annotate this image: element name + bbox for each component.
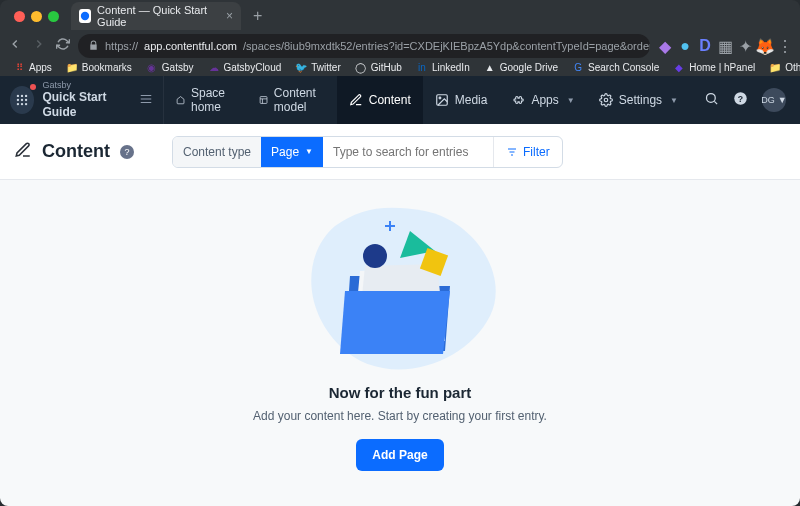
content-type-value: Page [271, 145, 299, 159]
search-button[interactable] [704, 91, 719, 109]
space-switcher[interactable]: Gatsby Quick Start Guide [0, 76, 164, 124]
window-zoom-button[interactable] [48, 11, 59, 22]
topbar-right: ? DG▼ [690, 76, 800, 124]
reload-button[interactable] [56, 37, 70, 55]
bookmark-item[interactable]: 🐦Twitter [290, 59, 345, 75]
bookmark-label: Home | hPanel [689, 62, 755, 73]
bookmark-label: Other Bookmarks [785, 62, 800, 73]
browser-tab[interactable]: Content — Quick Start Guide × [71, 2, 241, 30]
svg-point-17 [707, 94, 716, 103]
app-launcher-icon[interactable] [10, 86, 34, 114]
back-button[interactable] [8, 37, 22, 55]
svg-point-6 [25, 99, 27, 101]
org-label: Gatsby [42, 81, 130, 90]
bookmarks-bar: ⠿ Apps 📁Bookmarks ◉Gatsby ☁GatsbyCloud 🐦… [0, 58, 800, 76]
other-bookmarks-button[interactable]: 📁Other Bookmarks [764, 59, 800, 75]
extensions-puzzle-icon[interactable]: ✦ [738, 39, 752, 53]
space-name: Gatsby Quick Start Guide [42, 81, 130, 119]
bookmark-item[interactable]: ▲Google Drive [479, 59, 563, 75]
help-tooltip-icon[interactable]: ? [120, 145, 134, 159]
bookmark-item[interactable]: ◆Home | hPanel [668, 59, 760, 75]
bookmark-item[interactable]: inLinkedIn [411, 59, 475, 75]
help-button[interactable]: ? [733, 91, 748, 109]
new-tab-button[interactable]: + [247, 7, 268, 25]
nav-content-model[interactable]: Content model [247, 76, 337, 124]
forward-button[interactable] [32, 37, 46, 55]
extension-icon[interactable]: ● [678, 39, 692, 53]
page-title: Content [42, 141, 110, 162]
url-scheme: https:// [105, 40, 138, 52]
apps-grid-icon: ⠿ [13, 61, 25, 73]
window-minimize-button[interactable] [31, 11, 42, 22]
svg-point-5 [21, 99, 23, 101]
empty-state: Now for the fun part Add your content he… [0, 190, 800, 491]
bookmark-label: LinkedIn [432, 62, 470, 73]
extension-icon[interactable]: ▦ [718, 39, 732, 53]
svg-point-8 [21, 103, 23, 105]
profile-avatar-icon[interactable]: 🦊 [758, 39, 772, 53]
window-controls [8, 11, 65, 22]
search-input[interactable] [323, 145, 493, 159]
browser-menu-icon[interactable]: ⋮ [778, 39, 792, 53]
environment-menu-icon[interactable] [139, 92, 153, 109]
google-drive-icon: ▲ [484, 61, 496, 73]
svg-point-4 [17, 99, 19, 101]
bookmark-item[interactable]: ☁GatsbyCloud [203, 59, 287, 75]
window-close-button[interactable] [14, 11, 25, 22]
entry-search: Content type Page ▼ Filter [172, 136, 563, 168]
gear-icon [599, 93, 613, 107]
address-row: https://app.contentful.com/spaces/8iub9m… [0, 32, 800, 60]
apps-icon [511, 93, 525, 107]
folder-icon: 📁 [66, 61, 78, 73]
home-icon [176, 93, 185, 107]
svg-point-9 [25, 103, 27, 105]
apps-button[interactable]: ⠿ Apps [8, 59, 57, 75]
linkedin-icon: in [416, 61, 428, 73]
chevron-down-icon: ▼ [778, 95, 787, 105]
tab-title: Content — Quick Start Guide [97, 4, 220, 28]
nav-settings[interactable]: Settings ▼ [587, 76, 690, 124]
url-path: /spaces/8iub9mxdtk52/entries?id=CXDEjKIE… [243, 40, 650, 52]
bookmark-item[interactable]: 📁Bookmarks [61, 59, 137, 75]
add-page-button[interactable]: Add Page [356, 439, 443, 471]
tab-strip: Content — Quick Start Guide × + [0, 0, 800, 32]
primary-nav: Space home Content model Content Media A… [164, 76, 690, 124]
nav-label: Apps [531, 93, 558, 107]
empty-state-subtext: Add your content here. Start by creating… [253, 409, 547, 423]
empty-state-heading: Now for the fun part [329, 384, 472, 401]
address-bar[interactable]: https://app.contentful.com/spaces/8iub9m… [78, 34, 650, 58]
chevron-down-icon: ▼ [305, 147, 313, 156]
svg-point-15 [439, 97, 441, 99]
nav-label: Content [369, 93, 411, 107]
svg-point-24 [363, 244, 387, 268]
github-icon: ◯ [355, 61, 367, 73]
nav-content[interactable]: Content [337, 76, 423, 124]
content-type-label: Content type [173, 137, 261, 167]
extension-icon[interactable]: D [698, 39, 712, 53]
bookmark-label: GatsbyCloud [224, 62, 282, 73]
extension-icons: ◆ ● D ▦ ✦ 🦊 ⋮ [658, 39, 792, 53]
bookmark-item[interactable]: ◉Gatsby [141, 59, 199, 75]
svg-point-2 [21, 95, 23, 97]
page-header: Content ? Content type Page ▼ Filter [0, 124, 800, 180]
bookmark-item[interactable]: GSearch Console [567, 59, 664, 75]
bookmark-label: Gatsby [162, 62, 194, 73]
user-avatar[interactable]: DG▼ [762, 88, 786, 112]
filter-button[interactable]: Filter [493, 137, 562, 167]
nav-space-home[interactable]: Space home [164, 76, 247, 124]
content-type-select[interactable]: Page ▼ [261, 137, 323, 167]
nav-apps[interactable]: Apps ▼ [499, 76, 586, 124]
filter-label: Filter [523, 145, 550, 159]
nav-media[interactable]: Media [423, 76, 500, 124]
search-console-icon: G [572, 61, 584, 73]
tab-close-icon[interactable]: × [226, 9, 233, 23]
bookmark-item[interactable]: ◯GitHub [350, 59, 407, 75]
url-host: app.contentful.com [144, 40, 237, 52]
lock-icon [88, 40, 99, 53]
nav-label: Content model [274, 86, 325, 114]
filter-icon [506, 146, 518, 158]
extension-icon[interactable]: ◆ [658, 39, 672, 53]
svg-point-16 [604, 98, 608, 102]
gatsby-cloud-icon: ☁ [208, 61, 220, 73]
hpanel-icon: ◆ [673, 61, 685, 73]
